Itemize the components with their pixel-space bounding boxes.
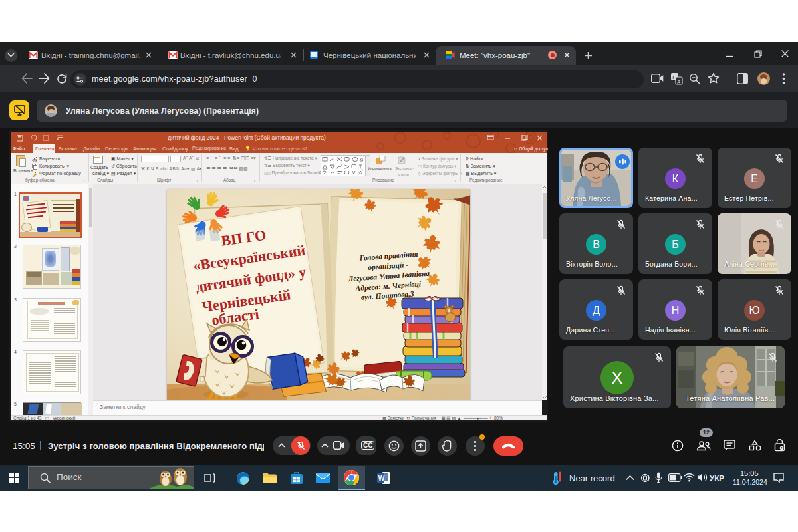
svg-text:W: W (378, 475, 385, 482)
svg-text:д: д (678, 79, 680, 84)
